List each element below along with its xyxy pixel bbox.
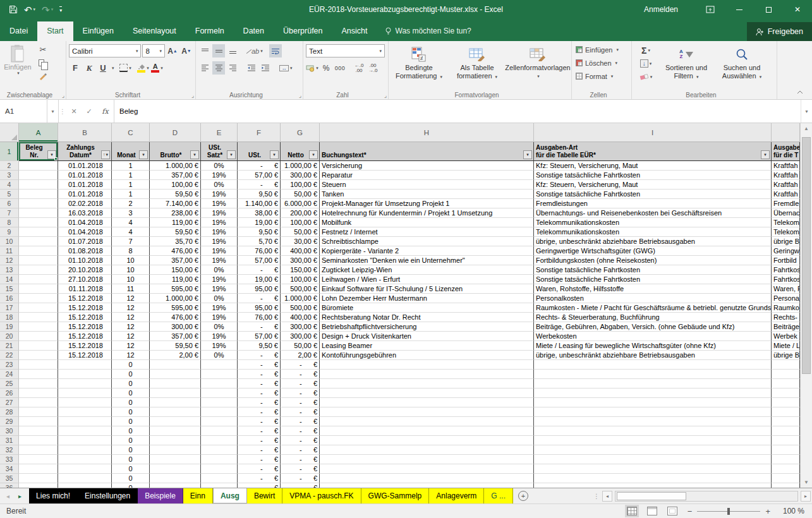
cell-E4[interactable]: 0% [201,180,238,190]
cell-E3[interactable]: 19% [201,171,238,180]
cell-D28[interactable] [150,407,201,417]
filter-button-B[interactable]: ↑▾ [101,150,110,159]
cell-E30[interactable] [201,426,238,436]
cell-D21[interactable]: 59,50 € [150,341,201,351]
cell-C29[interactable]: 0 [112,417,150,426]
row-header-9[interactable]: 9 [0,227,19,237]
cell-E14[interactable]: 19% [201,275,238,284]
cell-F6[interactable]: 1.140,00 € [238,199,281,208]
cell-A26[interactable] [19,388,58,398]
cell-E13[interactable]: 0% [201,265,238,275]
cell-J8[interactable]: Telekom [772,218,800,227]
cell-A22[interactable] [19,351,58,360]
cell-G18[interactable]: 400,00 € [281,313,320,322]
cell-F7[interactable]: 38,00 € [238,208,281,218]
cell-I23[interactable] [534,360,772,370]
cell-B17[interactable]: 15.12.2018 [58,303,112,313]
cell-I28[interactable] [534,407,772,417]
col-header-I[interactable]: I [534,123,772,142]
customize-qat-button[interactable]: ▾ [59,6,62,13]
cell-B12[interactable]: 01.10.2018 [58,256,112,265]
cell-A33[interactable] [19,455,58,464]
cell-E12[interactable]: 19% [201,256,238,265]
row-header-33[interactable]: 33 [0,455,19,464]
cell-E36[interactable] [201,483,238,488]
cell-D20[interactable]: 357,00 € [150,332,201,341]
fill-button[interactable]: ↓▾ [633,57,658,70]
cell-C27[interactable]: 0 [112,398,150,407]
cell-G31[interactable]: - € [281,436,320,445]
row-header-2[interactable]: 2 [0,161,19,171]
cell-B18[interactable]: 15.12.2018 [58,313,112,322]
cell-A24[interactable] [19,370,58,379]
cell-B26[interactable] [58,388,112,398]
header-cell-E[interactable]: USt.Satz*▾ [201,142,238,161]
row-header-28[interactable]: 28 [0,407,19,417]
cell-E28[interactable] [201,407,238,417]
cell-G6[interactable]: 6.000,00 € [281,199,320,208]
cell-F14[interactable]: 19,00 € [238,275,281,284]
cell-D2[interactable]: 1.000,00 € [150,161,201,171]
cell-F8[interactable]: 19,00 € [238,218,281,227]
sheet-tab-gwg-sammelp[interactable]: GWG-Sammelp [361,488,430,503]
cell-I11[interactable]: Geringwertige Wirtschaftsgüter (GWG) [534,246,772,256]
row-header-26[interactable]: 26 [0,388,19,398]
cell-F10[interactable]: 5,70 € [238,237,281,246]
cell-I36[interactable] [534,483,772,488]
cell-J36[interactable] [772,483,800,488]
cell-J30[interactable] [772,426,800,436]
cell-B24[interactable] [58,370,112,379]
cell-C4[interactable]: 1 [112,180,150,190]
col-header-B[interactable]: B [58,123,112,142]
cell-I32[interactable] [534,445,772,455]
row-header-24[interactable]: 24 [0,370,19,379]
cell-G14[interactable]: 100,00 € [281,275,320,284]
cell-D5[interactable]: 59,50 € [150,190,201,199]
cell-C2[interactable]: 1 [112,161,150,171]
cell-C11[interactable]: 8 [112,246,150,256]
cell-B13[interactable]: 20.10.2018 [58,265,112,275]
clipboard-dialog-launcher[interactable]: ⌟ [62,92,64,99]
cell-A23[interactable] [19,360,58,370]
col-header-E[interactable]: E [201,123,238,142]
decrease-decimal-button[interactable]: .00→.0 [367,61,379,75]
cell-G16[interactable]: 1.000,00 € [281,294,320,303]
cell-F34[interactable]: - € [238,464,281,474]
name-box-dropdown[interactable]: ▾ [47,100,59,123]
col-header-F[interactable]: F [238,123,281,142]
cell-F31[interactable]: - € [238,436,281,445]
cell-B35[interactable] [58,474,112,483]
cell-H19[interactable]: Betriebshaftpflichtversicherung [320,322,534,332]
cell-J33[interactable] [772,455,800,464]
cell-G28[interactable]: - € [281,407,320,417]
cell-G2[interactable]: 1.000,00 € [281,161,320,171]
cell-I20[interactable]: Werbekosten [534,332,772,341]
cell-C23[interactable]: 0 [112,360,150,370]
cell-F4[interactable]: - € [238,180,281,190]
cell-D24[interactable] [150,370,201,379]
cell-C21[interactable]: 12 [112,341,150,351]
cell-B11[interactable]: 01.08.2018 [58,246,112,256]
header-cell-G[interactable]: Netto▾ [281,142,320,161]
cell-H21[interactable]: Leasing Beamer [320,341,534,351]
cell-D8[interactable]: 119,00 € [150,218,201,227]
cell-B32[interactable] [58,445,112,455]
cell-J2[interactable]: Kraftfah [772,161,800,171]
cell-J15[interactable]: Waren, R [772,284,800,294]
cell-A11[interactable] [19,246,58,256]
increase-decimal-button[interactable]: ←.0.00 [353,61,365,75]
header-cell-J[interactable]: Ausgabefür die T [772,142,800,161]
cell-E29[interactable] [201,417,238,426]
cell-B25[interactable] [58,379,112,388]
cell-H22[interactable]: Kontoführungsgebühren [320,351,534,360]
number-format-combo[interactable]: Text▾ [306,44,385,57]
col-header-D[interactable]: D [150,123,201,142]
col-header-H[interactable]: H [320,123,534,142]
formula-input[interactable]: Beleg [114,100,801,123]
cell-F33[interactable]: - € [238,455,281,464]
cell-C22[interactable]: 12 [112,351,150,360]
cell-B14[interactable]: 27.10.2018 [58,275,112,284]
row-header-10[interactable]: 10 [0,237,19,246]
cell-G15[interactable]: 500,00 € [281,284,320,294]
cell-G34[interactable]: - € [281,464,320,474]
